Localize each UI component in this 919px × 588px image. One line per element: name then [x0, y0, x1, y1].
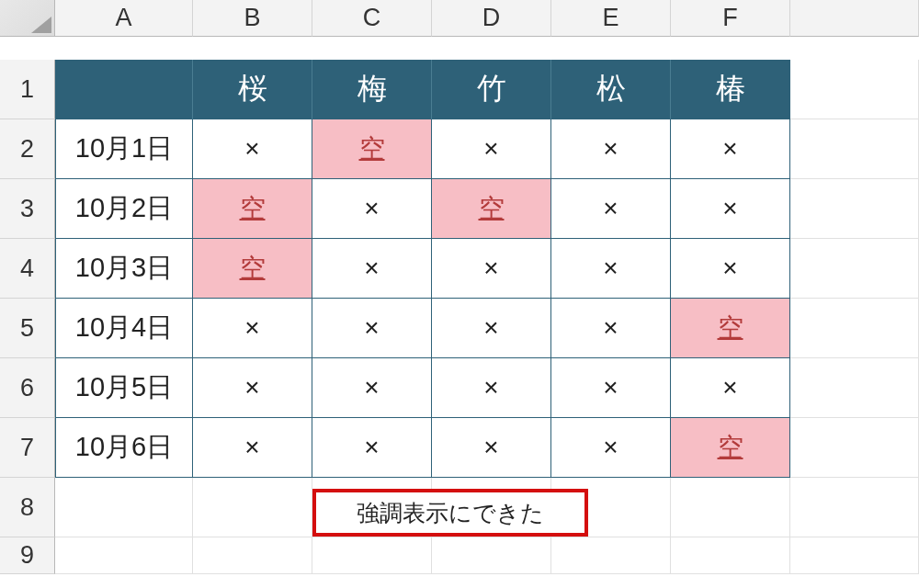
callout-box: 強調表示にできた	[312, 489, 588, 537]
cell-D1[interactable]: 竹	[432, 60, 551, 119]
cell-E6[interactable]: ×	[551, 358, 671, 418]
cell-A5[interactable]: 10月4日	[55, 299, 193, 358]
cell-G2[interactable]	[790, 119, 919, 179]
row-head-1[interactable]: 1	[0, 60, 55, 119]
cell-D3[interactable]: 空	[432, 179, 551, 239]
cell-F4[interactable]: ×	[671, 239, 790, 299]
row-head-5[interactable]: 5	[0, 299, 55, 358]
cell-E9[interactable]	[551, 537, 671, 574]
cell-C2[interactable]: 空	[312, 119, 432, 179]
col-head-A[interactable]: A	[55, 0, 193, 37]
cell-D7[interactable]: ×	[432, 418, 551, 478]
cell-F2[interactable]: ×	[671, 119, 790, 179]
cell-G9[interactable]	[790, 537, 919, 574]
cell-G7[interactable]	[790, 418, 919, 478]
cell-E5[interactable]: ×	[551, 299, 671, 358]
col-head-extra[interactable]	[790, 0, 919, 37]
col-head-B[interactable]: B	[193, 0, 312, 37]
row-head-8[interactable]: 8	[0, 478, 55, 537]
col-head-E[interactable]: E	[551, 0, 671, 37]
col-head-C[interactable]: C	[312, 0, 432, 37]
cell-D4[interactable]: ×	[432, 239, 551, 299]
cell-F1[interactable]: 椿	[671, 60, 790, 119]
cell-B7[interactable]: ×	[193, 418, 312, 478]
cell-F8[interactable]	[671, 478, 790, 537]
cell-C9[interactable]	[312, 537, 432, 574]
cell-C5[interactable]: ×	[312, 299, 432, 358]
cell-B1[interactable]: 桜	[193, 60, 312, 119]
cell-C4[interactable]: ×	[312, 239, 432, 299]
cell-G4[interactable]	[790, 239, 919, 299]
select-all-corner[interactable]	[0, 0, 55, 37]
row-head-2[interactable]: 2	[0, 119, 55, 179]
cell-F9[interactable]	[671, 537, 790, 574]
cell-A9[interactable]	[55, 537, 193, 574]
cell-B8[interactable]	[193, 478, 312, 537]
cell-G5[interactable]	[790, 299, 919, 358]
cell-C6[interactable]: ×	[312, 358, 432, 418]
cell-C3[interactable]: ×	[312, 179, 432, 239]
cell-B9[interactable]	[193, 537, 312, 574]
col-head-F[interactable]: F	[671, 0, 790, 37]
cell-D6[interactable]: ×	[432, 358, 551, 418]
row-head-6[interactable]: 6	[0, 358, 55, 418]
cell-E4[interactable]: ×	[551, 239, 671, 299]
cell-D9[interactable]	[432, 537, 551, 574]
row-head-9[interactable]: 9	[0, 537, 55, 574]
callout-text: 強調表示にできた	[357, 498, 544, 528]
row-head-3[interactable]: 3	[0, 179, 55, 239]
cell-A2[interactable]: 10月1日	[55, 119, 193, 179]
cell-F3[interactable]: ×	[671, 179, 790, 239]
col-head-D[interactable]: D	[432, 0, 551, 37]
cell-F6[interactable]: ×	[671, 358, 790, 418]
cell-B2[interactable]: ×	[193, 119, 312, 179]
row-head-4[interactable]: 4	[0, 239, 55, 299]
cell-G8[interactable]	[790, 478, 919, 537]
cell-G1[interactable]	[790, 60, 919, 119]
cell-G6[interactable]	[790, 358, 919, 418]
cell-B3[interactable]: 空	[193, 179, 312, 239]
row-head-7[interactable]: 7	[0, 418, 55, 478]
cell-E7[interactable]: ×	[551, 418, 671, 478]
cell-A1[interactable]	[55, 60, 193, 119]
cell-B6[interactable]: ×	[193, 358, 312, 418]
cell-C1[interactable]: 梅	[312, 60, 432, 119]
cell-F7[interactable]: 空	[671, 418, 790, 478]
cell-F5[interactable]: 空	[671, 299, 790, 358]
cell-D2[interactable]: ×	[432, 119, 551, 179]
cell-A7[interactable]: 10月6日	[55, 418, 193, 478]
cell-B5[interactable]: ×	[193, 299, 312, 358]
cell-A8[interactable]	[55, 478, 193, 537]
cell-A3[interactable]: 10月2日	[55, 179, 193, 239]
cell-B4[interactable]: 空	[193, 239, 312, 299]
cell-A6[interactable]: 10月5日	[55, 358, 193, 418]
cell-E2[interactable]: ×	[551, 119, 671, 179]
cell-C7[interactable]: ×	[312, 418, 432, 478]
cell-E1[interactable]: 松	[551, 60, 671, 119]
cell-G3[interactable]	[790, 179, 919, 239]
cell-D5[interactable]: ×	[432, 299, 551, 358]
cell-E3[interactable]: ×	[551, 179, 671, 239]
cell-A4[interactable]: 10月3日	[55, 239, 193, 299]
